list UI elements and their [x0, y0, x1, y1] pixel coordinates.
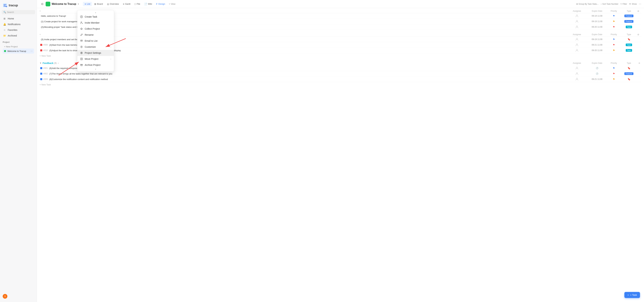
menu-item-create-task[interactable]: Create Task [77, 14, 114, 20]
project-welcome[interactable]: Welcome to Tracup ··· [3, 49, 34, 54]
table-row: #002 (7)The Home brings all the tasks to… [40, 71, 641, 77]
tab-design[interactable]: F Design [154, 2, 167, 6]
sidebar-item-archived[interactable]: 📁 Archived [1, 33, 36, 38]
menu-item-label-create-task: Create Task [85, 15, 97, 18]
group-by-action[interactable]: ⊞ Group By Task Statu... [576, 3, 599, 5]
new-task-button-2[interactable]: + New Task [40, 53, 641, 58]
sidebar-item-notifications[interactable]: 🔔 Notifications [1, 22, 36, 27]
topbar-project-title: Welcome to Tracup [52, 2, 76, 5]
projects-section: Project + New Project Welcome to Tracup … [0, 41, 37, 54]
tab-overview[interactable]: ◎ Overview [105, 2, 120, 6]
new-task-button-feedback[interactable]: + New Task [40, 82, 641, 87]
move-project-icon [80, 57, 83, 60]
assignee-icon [575, 14, 578, 17]
task-assignee [567, 49, 587, 52]
add-col-icon-1[interactable]: ⊕ [637, 10, 639, 12]
priority-flag-icon: ⚑ [613, 14, 615, 17]
show-action[interactable]: 👁 Show [629, 3, 637, 5]
col-expiredate-fb: Expire Date [587, 62, 607, 64]
type-badge: Feature [624, 14, 634, 17]
col-assignee-fb: Assignee [567, 62, 587, 64]
search-icon: 🔍 [3, 11, 6, 13]
svg-point-14 [81, 53, 82, 53]
task-number: #001 [43, 67, 49, 69]
task-number: #002 [43, 72, 49, 75]
task-priority: ⚑ [607, 78, 620, 81]
tab-gantt[interactable]: ≡ Gantt [121, 2, 132, 6]
menu-item-label-collect-project: Collect Project [85, 27, 100, 30]
float-task-button[interactable]: + + Task [624, 292, 640, 298]
task-indicator [40, 49, 42, 51]
add-col-icon-2[interactable]: ⊕ [637, 33, 639, 36]
add-view-button[interactable]: + View [168, 2, 177, 6]
archive-project-icon [80, 63, 83, 66]
menu-item-email-to-list[interactable]: Email to List [77, 38, 114, 44]
task-priority: ⚑ [607, 26, 620, 28]
sidebar-item-favorites[interactable]: ☆ Favorites [1, 27, 36, 33]
sidebar-item-label-favorites: Favorites [8, 29, 18, 31]
table-row: #008 (4)Start from the task list/shortcu… [40, 42, 641, 48]
tab-wiki[interactable]: 📄 Wiki [142, 2, 154, 6]
menu-item-project-settings[interactable]: Project Settings [77, 50, 114, 56]
task-priority: ⚑ [607, 67, 620, 69]
project-settings-icon [80, 51, 83, 54]
task-type: 🔖 [620, 67, 637, 69]
add-section-button-2[interactable]: + [40, 33, 567, 36]
section-collapse-feedback[interactable]: ▼ [40, 62, 42, 64]
gantt-tab-icon: ≡ [123, 3, 124, 5]
task-priority: ⚑ [607, 43, 620, 46]
user-avatar[interactable]: 1 [3, 294, 8, 299]
project-dropdown-icon[interactable]: ▾ [78, 3, 79, 5]
new-project-button[interactable]: + New Project [3, 45, 34, 49]
sidebar-item-label-archived: Archived [8, 34, 17, 37]
more-actions-button[interactable]: ··· [639, 2, 641, 6]
sidebar-item-home[interactable]: ⊞ Home [1, 16, 36, 21]
tab-board[interactable]: ⊞ Board [92, 2, 105, 6]
search-box[interactable]: 🔍 Search [2, 10, 35, 14]
task-assignee [567, 43, 587, 46]
col-assignee-1: Assignee [567, 10, 587, 12]
search-label: Search [7, 11, 14, 13]
add-section-button-1[interactable]: + [40, 10, 567, 12]
wiki-tab-icon: 📄 [144, 3, 147, 5]
menu-item-label-rename: Rename [85, 33, 94, 36]
task-type: Task [620, 43, 637, 46]
logo: tracup [0, 2, 37, 10]
sort-action[interactable]: ↕ Sort Task Number [600, 3, 618, 5]
menu-item-customize[interactable]: Customize › [77, 44, 114, 50]
new-task-label-2: + New Task [40, 55, 51, 57]
board-tab-icon: ⊞ [94, 3, 96, 5]
project-more-icon[interactable]: ··· [30, 50, 33, 53]
tab-list-label: List [87, 3, 90, 5]
tab-file[interactable]: □ File [133, 2, 142, 6]
task-assignee [567, 38, 587, 41]
menu-item-move-project[interactable]: Move Project › [77, 56, 114, 62]
priority-flag-icon: ⚑ [613, 26, 615, 28]
list-tab-icon: ≡ [84, 3, 86, 5]
create-task-icon [80, 15, 83, 18]
table-row: (3) Invite project members and set their… [40, 37, 641, 42]
context-menu: ▲ Create Task Invite Member Collect Proj… [77, 10, 114, 72]
menu-item-archive-project[interactable]: Archive Project [77, 62, 114, 68]
tab-list[interactable]: ≡ List [83, 2, 92, 6]
section-add-feedback[interactable]: + [58, 62, 59, 64]
type-badge: Feature [624, 72, 634, 75]
task-date: 09-19 11:00 [587, 15, 607, 17]
add-view-label: + View [169, 3, 176, 5]
menu-item-invite-member[interactable]: Invite Member [77, 20, 114, 26]
task-date: 🕐 [587, 72, 607, 75]
clock-icon: 🕐 [596, 72, 598, 75]
section-title-feedback[interactable]: Feedback [42, 62, 54, 64]
main-area: Welcome to Tracup ▾ ≡ List ⊞ Board ◎ Ove… [37, 0, 644, 302]
menu-item-collect-project[interactable]: Collect Project [77, 26, 114, 32]
type-badge: Task [626, 26, 632, 28]
collapse-sidebar-button[interactable] [40, 2, 44, 6]
sidebar-item-label-notifications: Notifications [8, 23, 20, 26]
add-col-icon-fb[interactable]: ⊕ [638, 62, 640, 64]
float-task-plus-icon: + [628, 294, 629, 296]
filter-action[interactable]: ▽ Filter [620, 3, 627, 5]
task-number: #009 [43, 78, 49, 80]
col-add-1: ⊕ [637, 10, 641, 12]
task-type: 🔖 [620, 38, 637, 41]
menu-item-rename[interactable]: Rename [77, 32, 114, 38]
